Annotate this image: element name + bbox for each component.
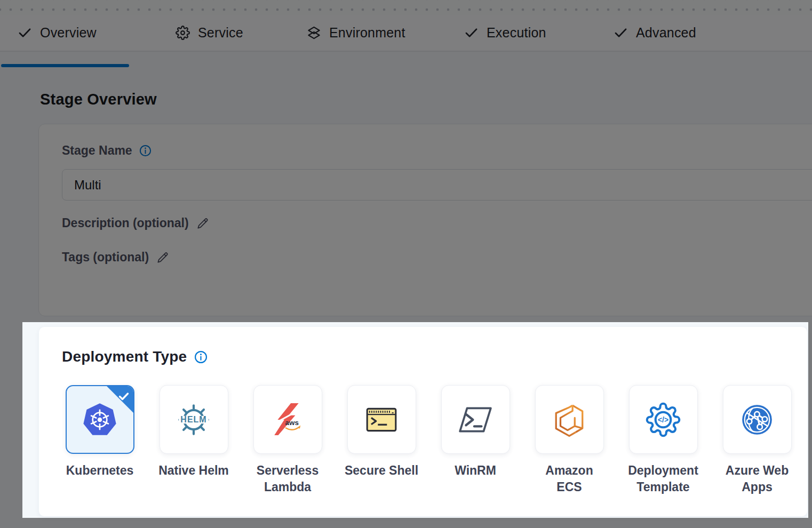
pipeline-canvas-dots (0, 0, 812, 15)
deployment-type-secure-shell[interactable]: Secure Shell (335, 385, 428, 495)
dim-overlay-bottom (0, 518, 812, 528)
terminal-icon (364, 402, 399, 437)
dim-overlay-left (0, 322, 22, 518)
powershell-icon (458, 402, 493, 437)
layers-icon (307, 26, 321, 40)
stage-config-screen: Overview Service Environment Execution A (0, 0, 812, 528)
deployment-type-label: Secure Shell (345, 462, 418, 479)
svg-text:</>: </> (658, 416, 668, 424)
deployment-type-label: WinRM (455, 462, 496, 479)
svg-text:HELM: HELM (180, 414, 206, 423)
stage-name-value: Multi (74, 178, 101, 193)
description-label: Description (optional) (62, 216, 189, 230)
deployment-type-label: Serverless Lambda (257, 462, 319, 495)
deployment-type-serverless-lambda[interactable]: aws Serverless Lambda (241, 385, 335, 495)
deployment-type-label: Amazon ECS (545, 462, 593, 495)
page-title: Stage Overview (40, 91, 157, 108)
tab-overview[interactable]: Overview (18, 15, 97, 51)
deployment-type-spotlight: Deployment Type (22, 322, 808, 518)
check-icon (464, 26, 479, 40)
stage-overview-card: Stage Name Multi Description (optional) … (38, 124, 812, 316)
active-tab-underline (1, 64, 129, 67)
tab-execution[interactable]: Execution (464, 15, 546, 51)
deployment-type-label: Deployment Template (628, 462, 698, 495)
svg-text:aws: aws (285, 419, 299, 427)
deployment-type-azure-web-apps[interactable]: Azure Web Apps (710, 385, 804, 495)
tags-label: Tags (optional) (62, 250, 149, 265)
tab-execution-label: Execution (487, 25, 546, 41)
stage-name-label: Stage Name (62, 143, 132, 158)
tab-service-label: Service (198, 25, 243, 41)
deployment-type-options: Kubernetes HELM Native Helm aws (53, 385, 804, 495)
tab-advanced-label: Advanced (636, 25, 696, 41)
edit-pencil-icon[interactable] (196, 217, 210, 230)
deployment-type-amazon-ecs[interactable]: Amazon ECS (522, 385, 616, 495)
gear-icon (176, 26, 190, 40)
deployment-type-label: Native Helm (158, 462, 229, 479)
tab-service[interactable]: Service (176, 15, 243, 51)
helm-icon: HELM (176, 402, 211, 437)
info-icon[interactable] (194, 350, 208, 364)
deployment-type-native-helm[interactable]: HELM Native Helm (147, 385, 241, 495)
deployment-type-title: Deployment Type (62, 348, 187, 365)
selected-check-icon (117, 390, 130, 403)
amazon-ecs-icon (552, 402, 587, 437)
deployment-type-kubernetes[interactable]: Kubernetes (53, 385, 147, 495)
check-icon (614, 26, 628, 40)
deployment-type-label: Azure Web Apps (726, 462, 789, 495)
tab-environment[interactable]: Environment (307, 15, 405, 51)
gear-code-icon: </> (646, 402, 681, 437)
dim-overlay-right (808, 322, 812, 518)
serverless-lambda-icon: aws (270, 402, 305, 437)
info-icon[interactable] (139, 145, 152, 157)
deployment-type-panel: Deployment Type (39, 327, 807, 516)
deployment-type-label: Kubernetes (66, 462, 134, 479)
tab-environment-label: Environment (329, 25, 405, 41)
deployment-type-winrm[interactable]: WinRM (428, 385, 522, 495)
stage-name-input[interactable]: Multi (62, 169, 812, 201)
tab-overview-label: Overview (40, 25, 97, 41)
tab-advanced[interactable]: Advanced (614, 15, 696, 51)
stage-tabbar: Overview Service Environment Execution A (0, 15, 812, 52)
azure-globe-icon (739, 402, 775, 437)
deployment-type-deployment-template[interactable]: </> Deployment Template (616, 385, 710, 495)
check-icon (18, 26, 32, 40)
edit-pencil-icon[interactable] (156, 251, 170, 265)
